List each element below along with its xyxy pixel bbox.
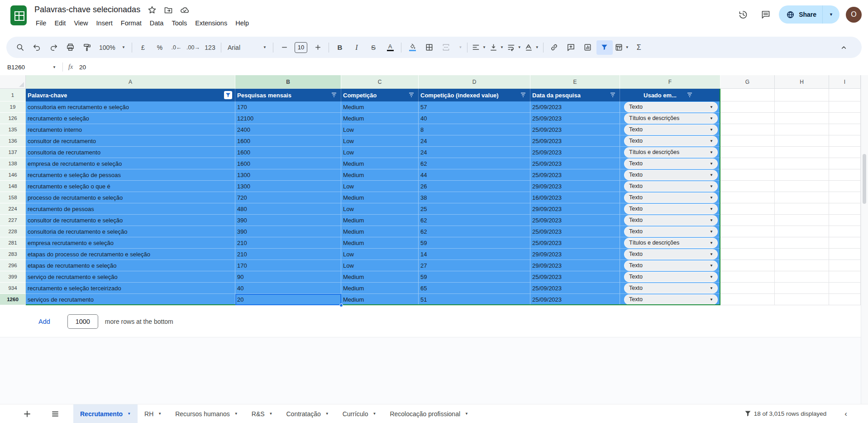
used-in-dropdown[interactable]: Texto▼ — [624, 260, 718, 271]
cell-used-in[interactable]: Texto▼ — [620, 271, 720, 283]
row-number[interactable]: 934 — [0, 283, 26, 294]
cell-keyword[interactable]: consultoria de recrutamento — [26, 147, 235, 158]
row-number[interactable]: 146 — [0, 169, 26, 181]
cell-indexed-value[interactable]: 62 — [419, 226, 530, 237]
filter-views-button[interactable]: ▼ — [613, 40, 630, 55]
functions-button[interactable]: Σ — [631, 40, 647, 55]
version-history-icon[interactable] — [734, 5, 753, 24]
add-rows-count-input[interactable]: 1000 — [67, 314, 98, 329]
star-icon[interactable] — [148, 5, 157, 14]
cell-date[interactable]: 25/09/2023 — [530, 158, 620, 169]
search-icon[interactable] — [12, 40, 28, 55]
cell-keyword[interactable]: etapas do processo de recrutamento e sel… — [26, 249, 235, 260]
cell-indexed-value[interactable]: 40 — [419, 113, 530, 124]
cell-empty[interactable] — [720, 249, 775, 260]
vertical-scrollbar[interactable] — [861, 75, 868, 404]
cell-date[interactable]: 25/09/2023 — [530, 226, 620, 237]
cell-searches[interactable]: 390 — [235, 215, 341, 226]
sheet-tab[interactable]: R&S ▼ — [245, 404, 280, 423]
insert-link-icon[interactable] — [546, 40, 563, 55]
used-in-dropdown[interactable]: Texto▼ — [624, 125, 718, 135]
used-in-dropdown[interactable]: Texto▼ — [624, 294, 718, 305]
cell-competition[interactable]: Low — [341, 203, 419, 215]
row-number[interactable]: 228 — [0, 226, 26, 237]
cell-indexed-value[interactable]: 59 — [419, 271, 530, 283]
cell-empty[interactable] — [720, 283, 775, 294]
cell-empty[interactable] — [775, 203, 829, 215]
cell-used-in[interactable]: Texto▼ — [620, 226, 720, 237]
cell-competition[interactable]: Medium — [341, 192, 419, 203]
cell-empty[interactable] — [775, 113, 829, 124]
cell-used-in[interactable]: Títulos e descrições▼ — [620, 147, 720, 158]
cell-keyword[interactable]: recrutamento interno — [26, 124, 235, 135]
row-number[interactable]: 1260 — [0, 294, 26, 305]
menu-help[interactable]: Help — [231, 18, 253, 28]
cell-searches[interactable]: 480 — [235, 203, 341, 215]
cell-searches[interactable]: 1300 — [235, 181, 341, 192]
cell-searches[interactable]: 720 — [235, 192, 341, 203]
cell-empty[interactable] — [829, 203, 861, 215]
column-header-d[interactable]: D — [419, 75, 530, 89]
cell-keyword[interactable]: etapas de recrutamento e seleção — [26, 260, 235, 271]
filter-icon[interactable] — [331, 92, 337, 98]
used-in-dropdown[interactable]: Títulos e descrições▼ — [624, 238, 718, 248]
row-number[interactable]: 126 — [0, 113, 26, 124]
cell-empty[interactable] — [720, 158, 775, 169]
cell-empty[interactable] — [775, 89, 829, 101]
cell-indexed-value[interactable]: 51 — [419, 294, 530, 305]
all-sheets-menu-icon[interactable] — [50, 409, 61, 419]
used-in-dropdown[interactable]: Texto▼ — [624, 204, 718, 214]
used-in-dropdown[interactable]: Texto▼ — [624, 136, 718, 146]
filter-icon[interactable] — [610, 92, 616, 98]
cell-keyword[interactable]: consultoria em recrutamento e seleção — [26, 101, 235, 113]
cell-empty[interactable] — [775, 294, 829, 305]
column-header-e[interactable]: E — [530, 75, 620, 89]
add-sheet-icon[interactable] — [22, 409, 33, 419]
used-in-dropdown[interactable]: Títulos e descrições▼ — [624, 147, 718, 158]
text-color-button[interactable]: A — [382, 40, 398, 55]
insert-chart-icon[interactable] — [580, 40, 596, 55]
cell-empty[interactable] — [829, 237, 861, 249]
cell-competition[interactable]: Low — [341, 124, 419, 135]
redo-icon[interactable] — [45, 40, 62, 55]
cell-used-in[interactable]: Texto▼ — [620, 249, 720, 260]
filter-active-icon[interactable] — [224, 91, 232, 99]
cell-competition[interactable]: Low — [341, 147, 419, 158]
cell-empty[interactable] — [775, 271, 829, 283]
menu-extensions[interactable]: Extensions — [191, 18, 231, 28]
cell-keyword[interactable]: recrutamento e seleção — [26, 113, 235, 124]
row-number[interactable]: 135 — [0, 124, 26, 135]
cell-empty[interactable] — [720, 181, 775, 192]
collapse-toolbar-icon[interactable] — [835, 40, 852, 55]
header-cell-searches[interactable]: Pesquisas mensais — [235, 89, 341, 101]
cell-empty[interactable] — [829, 283, 861, 294]
cell-indexed-value[interactable]: 65 — [419, 283, 530, 294]
cell-empty[interactable] — [829, 181, 861, 192]
cell-empty[interactable] — [829, 147, 861, 158]
cell-date[interactable]: 29/09/2023 — [530, 260, 620, 271]
menu-format[interactable]: Format — [117, 18, 146, 28]
cell-indexed-value[interactable]: 24 — [419, 147, 530, 158]
cell-empty[interactable] — [829, 135, 861, 147]
strikethrough-button[interactable]: S — [365, 40, 382, 55]
cell-keyword[interactable]: recrutamento e seleção terceirizado — [26, 283, 235, 294]
cell-empty[interactable] — [775, 226, 829, 237]
cell-empty[interactable] — [720, 260, 775, 271]
cell-searches[interactable]: 40 — [235, 283, 341, 294]
cell-searches[interactable]: 90 — [235, 271, 341, 283]
column-header-h[interactable]: H — [775, 75, 829, 89]
cell-indexed-value[interactable]: 27 — [419, 260, 530, 271]
cell-indexed-value[interactable]: 26 — [419, 181, 530, 192]
vertical-align-button[interactable]: ▼ — [488, 40, 505, 55]
header-cell-indexed[interactable]: Competição (indexed value) — [419, 89, 530, 101]
cell-used-in[interactable]: Texto▼ — [620, 260, 720, 271]
decrease-decimal-button[interactable]: .0← — [168, 40, 185, 55]
cell-empty[interactable] — [829, 101, 861, 113]
column-header-i[interactable]: I — [829, 75, 861, 89]
menu-data[interactable]: Data — [146, 18, 168, 28]
cell-used-in[interactable]: Texto▼ — [620, 169, 720, 181]
cell-keyword[interactable]: serviço de recrutamento e seleção — [26, 271, 235, 283]
sheet-tab[interactable]: Recrutamento ▼ — [73, 404, 138, 423]
cell-indexed-value[interactable]: 44 — [419, 169, 530, 181]
print-icon[interactable] — [62, 40, 78, 55]
